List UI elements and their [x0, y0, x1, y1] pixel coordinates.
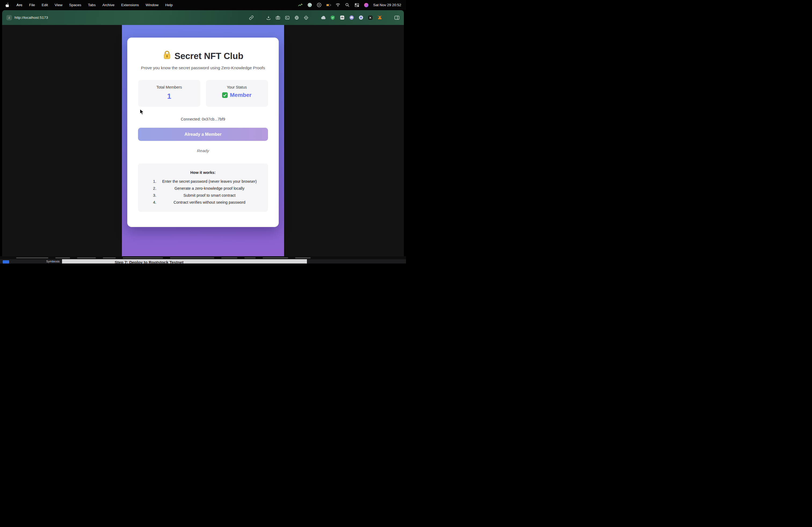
browser-content: Secret NFT Club Prove you know the secre… — [2, 25, 404, 256]
page-title: Secret NFT Club — [138, 50, 268, 62]
total-members-label: Total Members — [138, 85, 200, 89]
menu-tabs[interactable]: Tabs — [88, 3, 96, 7]
cloud-extension-icon[interactable] — [321, 15, 326, 20]
browser-window: i http://localhost:5173 — [2, 10, 404, 256]
how-step-3: Submit proof to smart contract — [157, 193, 262, 198]
menu-app-name[interactable]: Arc — [16, 3, 23, 7]
target-icon[interactable] — [303, 15, 309, 20]
menu-clock[interactable]: Sat Nov 29 20:52 — [373, 3, 401, 7]
total-members-stat: Total Members 1 — [138, 80, 200, 107]
background-page-peek[interactable]: Symbiosis Step 7: Deploy to Rootstock Te… — [0, 259, 406, 264]
your-status-label: Your Status — [206, 85, 268, 89]
how-step-4: Contract verifies without seeing passwor… — [157, 200, 262, 205]
background-page-surface — [62, 259, 307, 264]
menu-help[interactable]: Help — [165, 3, 173, 7]
stocks-icon[interactable] — [298, 3, 303, 7]
address-bar[interactable]: http://localhost:5173 — [14, 16, 48, 19]
globe-icon[interactable] — [294, 15, 300, 20]
metamask-icon[interactable] — [377, 15, 382, 20]
background-tab-bar — [0, 256, 406, 259]
terminal-icon[interactable] — [285, 15, 290, 20]
apple-icon[interactable] — [5, 3, 10, 7]
page-title-text: Secret NFT Club — [175, 51, 244, 61]
phantom-wallet-icon[interactable] — [349, 15, 354, 20]
menu-window[interactable]: Window — [146, 3, 158, 7]
how-it-works-title: How it works: — [144, 170, 262, 175]
battery-icon[interactable] — [326, 3, 331, 7]
menu-spaces[interactable]: Spaces — [69, 3, 81, 7]
background-site-label: Symbiosis — [46, 260, 60, 263]
info-icon[interactable]: i — [6, 15, 12, 20]
menu-file[interactable]: File — [29, 3, 35, 7]
macos-menu-bar: Arc File Edit View Spaces Tabs Archive E… — [0, 0, 406, 10]
your-status-value: Member — [230, 92, 251, 98]
split-view-icon[interactable] — [394, 15, 400, 20]
play-icon[interactable] — [317, 3, 322, 7]
search-icon[interactable] — [345, 3, 350, 7]
link-icon[interactable] — [249, 15, 254, 20]
wallet-extension-icon[interactable] — [358, 15, 364, 20]
wifi-icon[interactable] — [336, 3, 340, 7]
menu-extensions[interactable]: Extensions — [121, 3, 139, 7]
background-heading: Step 7: Deploy to Rootstock Testnet — [115, 260, 184, 264]
page-subtitle: Prove you know the secret password using… — [138, 65, 268, 70]
download-icon[interactable] — [266, 15, 271, 20]
background-favicon — [3, 260, 9, 264]
how-it-works-list: Enter the secret password (never leaves … — [144, 179, 262, 205]
lock-icon — [163, 50, 171, 62]
how-step-1: Enter the secret password (never leaves … — [157, 179, 262, 184]
how-step-2: Generate a zero-knowledge proof locally — [157, 186, 262, 191]
already-member-button[interactable]: Already a Member — [138, 128, 268, 141]
grammarly-icon[interactable] — [307, 3, 312, 7]
camera-icon[interactable] — [275, 15, 280, 20]
total-members-value: 1 — [138, 92, 200, 101]
secret-nft-club-card: Secret NFT Club Prove you know the secre… — [127, 37, 279, 227]
control-center-icon[interactable] — [354, 3, 359, 7]
menu-edit[interactable]: Edit — [42, 3, 48, 7]
x-extension-icon[interactable] — [367, 15, 373, 20]
background-window-strip: Symbiosis Step 7: Deploy to Rootstock Te… — [0, 256, 406, 264]
menu-archive[interactable]: Archive — [102, 3, 114, 7]
shield-extension-icon[interactable] — [330, 15, 335, 20]
how-it-works-box: How it works: Enter the secret password … — [138, 163, 268, 212]
menu-view[interactable]: View — [55, 3, 62, 7]
pen-extension-icon[interactable] — [339, 15, 345, 20]
connected-address: Connected: 0x37cb...7bf9 — [138, 117, 268, 121]
profile-icon[interactable] — [364, 3, 369, 7]
status-text: Ready — [138, 148, 268, 153]
page-viewport: Secret NFT Club Prove you know the secre… — [122, 25, 284, 256]
browser-toolbar: i http://localhost:5173 — [2, 10, 404, 25]
check-icon — [222, 92, 228, 98]
stats-row: Total Members 1 Your Status Member — [138, 80, 268, 107]
your-status-stat: Your Status Member — [206, 80, 268, 107]
